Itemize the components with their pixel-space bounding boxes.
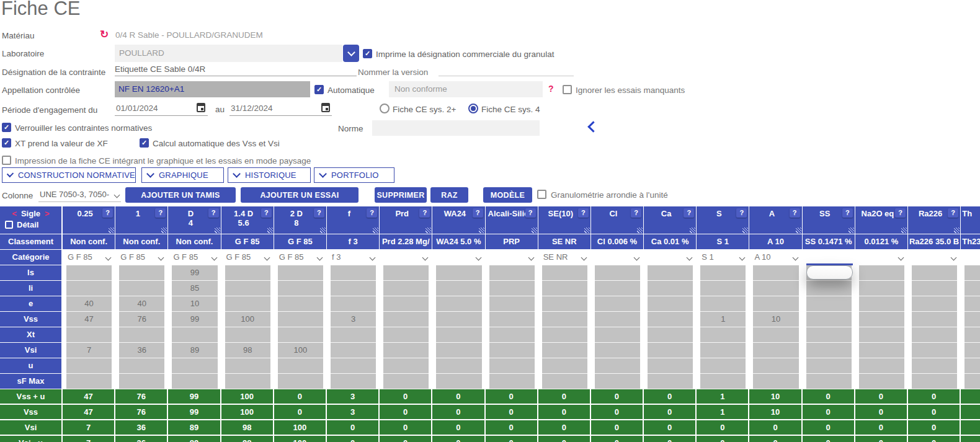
categorie-select[interactable]: G F 85	[115, 250, 168, 265]
grid-cell[interactable]	[542, 327, 587, 343]
help-icon[interactable]: ?	[631, 208, 641, 218]
grid-cell[interactable]	[753, 358, 798, 374]
column-resize-handle[interactable]	[637, 228, 643, 233]
grid-cell[interactable]	[489, 281, 535, 296]
grid-cell[interactable]	[172, 358, 217, 374]
grid-cell[interactable]	[66, 327, 112, 343]
help-icon[interactable]: ?	[155, 208, 166, 218]
grid-cell[interactable]	[700, 343, 746, 358]
column-header-Th[interactable]: Th?	[961, 206, 980, 234]
grid-cell[interactable]	[278, 374, 323, 389]
column-header-Cl[interactable]: Cl?	[591, 206, 644, 234]
grid-cell[interactable]	[383, 374, 429, 389]
grid-cell[interactable]	[489, 327, 535, 343]
grid-cell[interactable]	[595, 374, 640, 389]
grid-cell[interactable]	[912, 327, 957, 343]
grid-cell[interactable]	[383, 281, 429, 296]
column-header-Ra226[interactable]: Ra226?	[908, 206, 961, 234]
column-header-Na2O eq[interactable]: Na2O eq?	[855, 206, 908, 234]
grid-cell[interactable]	[859, 343, 904, 358]
categorie-select[interactable]	[432, 250, 485, 265]
grid-cell[interactable]	[436, 374, 481, 389]
grid-cell[interactable]	[66, 265, 112, 281]
grid-cell[interactable]	[648, 296, 693, 312]
grid-cell[interactable]	[964, 265, 980, 281]
grid-cell[interactable]: 40	[66, 296, 112, 312]
grid-cell[interactable]	[489, 312, 535, 327]
grid-cell[interactable]	[859, 374, 904, 389]
grid-cell[interactable]	[859, 358, 904, 374]
grid-cell[interactable]: 76	[119, 312, 164, 327]
grid-cell[interactable]	[964, 327, 980, 343]
column-resize-handle[interactable]	[215, 228, 220, 233]
column-resize-handle[interactable]	[796, 228, 801, 233]
column-header-Alcali-Silic[interactable]: Alcali-Silic?	[486, 206, 538, 234]
column-resize-handle[interactable]	[690, 228, 695, 233]
grid-cell[interactable]: 85	[172, 281, 217, 296]
grid-cell[interactable]: 40	[119, 296, 164, 312]
help-icon[interactable]: ?	[525, 208, 536, 218]
grid-cell[interactable]	[383, 327, 429, 343]
grid-cell[interactable]	[806, 312, 852, 327]
categorie-select[interactable]: f 3	[327, 250, 380, 265]
grid-cell[interactable]	[964, 281, 980, 296]
calendar-icon[interactable]	[197, 103, 205, 112]
grid-cell[interactable]: 99	[172, 265, 217, 281]
help-icon[interactable]: ?	[842, 208, 853, 218]
grid-cell[interactable]	[542, 296, 587, 312]
grid-cell[interactable]	[806, 296, 852, 312]
column-resize-handle[interactable]	[109, 228, 114, 233]
raz-button[interactable]: RAZ	[430, 187, 468, 203]
column-header-0.25[interactable]: 0.25?	[63, 206, 115, 234]
nommer-version-input[interactable]	[439, 63, 574, 76]
grid-cell[interactable]	[912, 312, 957, 327]
sys2-radio[interactable]	[380, 104, 390, 113]
appellation-input[interactable]: NF EN 12620+A1	[115, 81, 310, 97]
grid-cell[interactable]	[964, 374, 980, 389]
help-icon[interactable]: ?	[102, 208, 113, 218]
column-header-1.4 D[interactable]: 1.4 D5.6?	[221, 206, 274, 234]
colonne-select[interactable]: UNE 7050-3, 7050-	[38, 188, 121, 202]
grid-cell[interactable]	[753, 281, 798, 296]
grid-cell[interactable]: 10	[753, 312, 798, 327]
grid-cell[interactable]	[278, 281, 323, 296]
categorie-select-focused[interactable]	[806, 265, 853, 280]
grid-cell[interactable]	[383, 296, 429, 312]
grid-cell[interactable]	[436, 265, 481, 281]
grid-cell[interactable]	[278, 358, 323, 374]
grid-cell[interactable]	[489, 358, 535, 374]
grid-cell[interactable]	[225, 358, 270, 374]
column-header-1[interactable]: 1?	[115, 206, 168, 234]
grid-cell[interactable]	[542, 358, 587, 374]
grid-cell[interactable]	[542, 281, 587, 296]
date-debut-input[interactable]: 01/01/2024	[115, 100, 208, 116]
grid-cell[interactable]	[912, 358, 957, 374]
column-resize-handle[interactable]	[161, 228, 167, 233]
section-graphique[interactable]: GRAPHIQUE	[141, 167, 224, 183]
grid-cell[interactable]	[331, 343, 376, 358]
section-historique[interactable]: HISTORIQUE	[228, 167, 311, 183]
categorie-select[interactable]: G F 85	[274, 250, 327, 265]
ajouter-essai-button[interactable]: AJOUTER UN ESSAI	[241, 187, 359, 203]
grid-cell[interactable]	[700, 358, 746, 374]
grid-cell[interactable]	[912, 281, 957, 296]
column-header-SS[interactable]: SS?	[803, 206, 855, 234]
grid-cell[interactable]	[331, 296, 376, 312]
help-icon[interactable]: ?	[261, 208, 272, 218]
grid-cell[interactable]: 100	[225, 312, 270, 327]
grid-cell[interactable]	[806, 358, 852, 374]
grid-cell[interactable]	[648, 358, 693, 374]
grid-cell[interactable]: 3	[331, 312, 376, 327]
grid-cell[interactable]	[806, 281, 852, 296]
calendar-icon[interactable]	[321, 103, 330, 112]
grid-cell[interactable]	[753, 327, 798, 343]
grid-cell[interactable]	[542, 374, 587, 389]
help-icon[interactable]: ?	[895, 208, 906, 218]
grid-cell[interactable]	[542, 343, 587, 358]
grid-cell[interactable]	[225, 327, 270, 343]
grid-cell[interactable]: 36	[119, 343, 164, 358]
categorie-select[interactable]: A 10	[749, 250, 802, 265]
grid-cell[interactable]	[383, 265, 429, 281]
grid-cell[interactable]	[595, 312, 640, 327]
grid-cell[interactable]	[436, 312, 481, 327]
